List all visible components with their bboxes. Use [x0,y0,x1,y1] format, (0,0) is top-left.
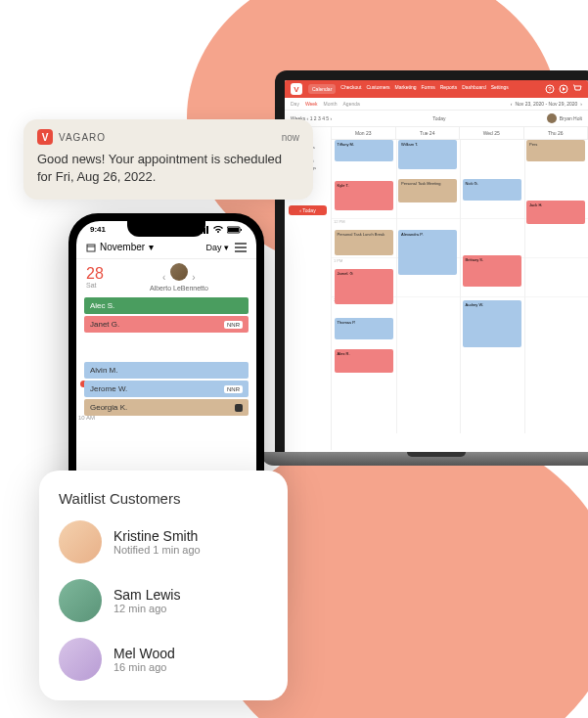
app-logo-icon[interactable]: V [291,83,302,95]
nav-customers[interactable]: Customers [366,84,389,94]
appointment-item[interactable]: Jerome W.NNR [84,381,249,397]
calendar-event[interactable]: Jack H. [526,201,585,224]
calendar-event[interactable]: Nick G. [463,179,521,201]
day-header[interactable]: Mon 23 [332,127,396,139]
svg-text:?: ? [548,86,552,92]
notification-body: Good news! Your appointment is scheduled… [37,151,299,186]
battery-icon [227,226,243,234]
chevron-down-icon: ▾ [149,242,154,252]
view-day[interactable]: Day [291,101,299,107]
calendar-event[interactable]: Alex R. [335,349,393,373]
user-chip[interactable]: Bryan Holt [547,113,582,123]
nav-settings[interactable]: Settings [491,84,509,94]
appointment-item[interactable]: Alvin M. [84,362,249,379]
main-nav: Calendar Checkout Customers Marketing Fo… [308,84,539,94]
help-icon[interactable]: ? [545,84,555,94]
view-month[interactable]: Month [324,101,338,107]
nav-reports[interactable]: Reports [440,84,458,94]
calendar-event[interactable]: Audrey W. [463,300,521,347]
appointment-item[interactable]: Janet G.NNR [84,316,249,333]
calendar-event[interactable]: Jamel. G [335,269,393,304]
view-agenda[interactable]: Agenda [343,101,360,107]
menu-icon[interactable] [235,243,247,252]
wifi-icon [212,226,224,234]
chevron-right-icon[interactable]: › [192,272,195,283]
calendar-event[interactable]: Tiffany M. [335,140,393,161]
calendar-icon [86,243,96,252]
waitlist-card: Waitlist Customers Kristine Smith Notifi… [39,471,288,700]
nav-marketing[interactable]: Marketing [395,84,417,94]
calendar-event[interactable]: William T. [398,140,457,169]
customer-status: 16 min ago [113,661,175,673]
current-date: 28 [86,266,104,282]
customer-status: Notified 1 min ago [113,544,201,556]
avatar [59,520,102,563]
calendar-event[interactable]: Thomas P. [335,318,393,339]
notification-brand: VAGARO [59,132,106,143]
chevron-left-icon[interactable]: ‹ [162,272,165,283]
today-link[interactable]: Today [432,115,445,121]
waitlist-item[interactable]: Mel Wood 16 min ago [59,638,268,681]
date-range[interactable]: ‹ Nov 23, 2020 - Nov 29, 2020 › [511,101,582,107]
calendar-event[interactable]: Brittany S. [463,255,521,287]
calendar-event[interactable]: Alexandra P. [398,230,457,275]
avatar [59,579,102,622]
laptop-device: V Calendar Checkout Customers Marketing … [275,70,588,501]
nav-forms[interactable]: Forms [422,84,435,94]
view-selector[interactable]: Day ▾ [205,243,229,252]
customer-status: 12 min ago [113,603,180,614]
user-name: Alberto LeBennetto [112,285,247,292]
laptop-base [260,452,588,466]
customer-name: Mel Wood [113,646,175,661]
notification-time: now [282,132,299,143]
day-header[interactable]: Tue 24 [396,127,461,139]
waitlist-title: Waitlist Customers [59,490,268,507]
waitlist-item[interactable]: Sam Lewis 12 min ago [59,579,268,622]
svg-rect-6 [87,245,95,251]
status-time: 9:41 [90,225,106,234]
calendar-grid[interactable]: Mon 23 Tue 24 Wed 25 Thu 26 12 PM 1 PM 2… [332,127,588,450]
notification-header: V VAGARO now [37,129,299,145]
nav-calendar[interactable]: Calendar [308,84,336,94]
play-icon[interactable] [559,84,568,94]
app-topbar: V Calendar Checkout Customers Marketing … [285,80,588,98]
today-button[interactable]: ‹ Today [289,205,327,215]
cart-icon[interactable] [572,84,582,94]
customer-name: Kristine Smith [113,528,201,544]
calendar-event[interactable]: Personal Task Meeting [398,179,457,202]
month-selector[interactable]: November ▾ [86,242,154,252]
customer-name: Sam Lewis [113,587,180,603]
svg-rect-5 [241,229,242,231]
chevron-left-icon[interactable]: ‹ [511,101,513,107]
avatar [59,638,102,681]
waitlist-item[interactable]: Kristine Smith Notified 1 min ago [59,520,268,563]
calendar-event[interactable]: Kyle T. [335,181,393,210]
calendar-event[interactable]: Pers [526,140,585,161]
chevron-right-icon[interactable]: › [580,101,582,107]
avatar[interactable] [170,263,188,281]
vagaro-logo-icon: V [37,129,53,145]
calendar-event[interactable]: Personal Task Lunch Break [335,230,393,255]
nav-checkout[interactable]: Checkout [340,84,361,94]
notification-card[interactable]: V VAGARO now Good news! Your appointment… [23,119,313,200]
avatar-icon [547,113,557,123]
appointment-item[interactable]: Georgia K. [84,399,249,416]
day-header[interactable]: Wed 25 [460,127,524,139]
view-week[interactable]: Week [305,101,318,107]
phone-notch [127,221,205,237]
current-day: Sat [86,282,104,289]
nav-dashboard[interactable]: Dashboard [462,84,485,94]
appointment-item[interactable]: Alec S. [84,297,249,314]
day-header[interactable]: Thu 26 [524,127,589,139]
svg-rect-4 [228,228,239,232]
